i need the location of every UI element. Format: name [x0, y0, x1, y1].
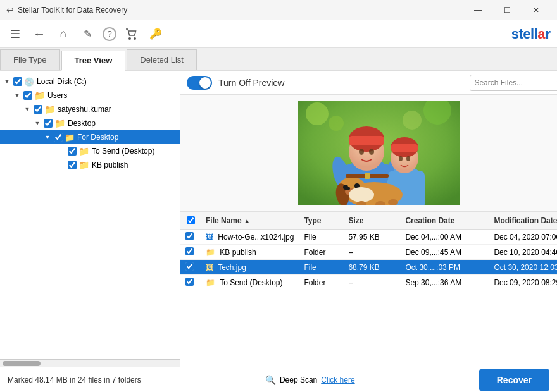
tab-bar: File Type Tree View Deleted List — [0, 48, 557, 71]
row1-modification: Dec 04, 2020 07:00 AM — [489, 233, 557, 242]
row4-check — [180, 278, 201, 288]
back-icon[interactable]: ← — [30, 25, 48, 43]
home-icon[interactable]: ⌂ — [54, 25, 72, 43]
header-type: Type — [299, 216, 343, 225]
svg-point-31 — [349, 187, 374, 202]
tree-checkbox-desktop[interactable] — [44, 119, 53, 128]
deep-scan-label: Deep Scan — [280, 376, 317, 384]
deep-scan-link[interactable]: Click here — [321, 376, 354, 384]
folder-icon-desktop: 📁 — [54, 118, 65, 128]
preview-toggle[interactable] — [187, 76, 212, 90]
svg-rect-11 — [349, 136, 384, 145]
row1-name: 🖼 How-to-Ge...x1024.jpg — [201, 233, 299, 242]
tree-checkbox-users[interactable] — [23, 91, 32, 100]
folder-icon-users: 📁 — [34, 90, 45, 101]
help-icon[interactable]: ? — [103, 27, 116, 41]
row3-name: 🖼 Tech.jpg — [201, 263, 299, 272]
tree-label-desktop: Desktop — [68, 119, 96, 128]
svg-point-30 — [345, 187, 350, 190]
header-size: Size — [343, 216, 400, 225]
file-row-kb-publish[interactable]: 📁 KB publish Folder -- Dec 09,...:45 AM … — [180, 245, 557, 260]
folder-icon-satyeshu: 📁 — [44, 104, 55, 114]
tree-item-kb-publish[interactable]: ▶ 📁 KB publish — [0, 158, 180, 172]
row4-creation: Sep 30,...:36 AM — [400, 278, 489, 287]
sort-arrow-name: ▲ — [244, 217, 250, 224]
row1-creation: Dec 04,...:00 AM — [400, 233, 489, 242]
folder-icon-kb-publish: 📁 — [78, 160, 89, 170]
tree-checkbox-to-send[interactable] — [68, 147, 77, 156]
tree-checkbox-local-disk[interactable] — [13, 77, 22, 86]
tree-item-users[interactable]: ▼ 📁 Users — [0, 89, 180, 102]
toolbar-left: ☰ ← ⌂ ✎ ? 🔑 — [6, 25, 165, 43]
tree-item-satyeshu-kumar[interactable]: ▼ 📁 satyeshu.kumar — [0, 102, 180, 116]
sidebar-horizontal-scrollbar[interactable] — [0, 359, 180, 367]
tree-item-to-send[interactable]: ▶ 📁 To Send (Desktop) — [0, 144, 180, 158]
tree-arrow-local-disk: ▼ — [3, 78, 11, 85]
tree-label-kb-publish: KB publish — [92, 161, 128, 169]
close-button[interactable]: ✕ — [522, 0, 551, 20]
folder-icon-for-desktop: 📁 — [65, 133, 75, 142]
tree-arrow-satyeshu: ▼ — [23, 106, 32, 113]
row3-creation: Oct 30,...:03 PM — [400, 263, 489, 272]
tree-arrow-for-desktop: ▼ — [43, 134, 52, 140]
tree-checkbox-satyeshu[interactable] — [34, 105, 42, 114]
svg-point-21 — [399, 156, 403, 161]
recover-button[interactable]: Recover — [479, 369, 549, 391]
preview-label: Turn Off Preview — [218, 78, 463, 88]
key-icon[interactable]: 🔑 — [147, 25, 165, 43]
tab-tree-view[interactable]: Tree View — [61, 51, 126, 71]
deep-scan-icon: 🔍 — [265, 375, 276, 385]
row3-checkbox[interactable] — [185, 262, 194, 271]
tab-deleted-list[interactable]: Deleted List — [127, 49, 197, 70]
folder-icon-to-send: 📁 — [78, 146, 89, 156]
minimize-button[interactable]: — — [463, 0, 492, 20]
content-header: Turn Off Preview 🔍 — [180, 71, 557, 95]
svg-rect-20 — [391, 144, 418, 152]
row4-type: Folder — [299, 278, 343, 287]
search-box: 🔍 — [470, 75, 557, 91]
tree-item-for-desktop[interactable]: ▼ 📁 For Desktop — [0, 130, 180, 144]
row2-creation: Dec 09,...:45 AM — [400, 248, 489, 257]
svg-point-3 — [306, 102, 329, 125]
row4-folder-icon: 📁 — [206, 278, 215, 287]
row3-type: File — [299, 263, 343, 272]
select-all-checkbox[interactable] — [187, 216, 195, 224]
tree-arrow-desktop: ▼ — [33, 120, 42, 126]
search-input[interactable] — [474, 78, 556, 87]
scroll-thumb[interactable] — [3, 361, 41, 366]
svg-point-1 — [134, 37, 136, 40]
row4-name: 📁 To Send (Desktop) — [201, 278, 299, 287]
svg-point-6 — [329, 116, 344, 131]
row1-check — [180, 232, 201, 242]
tab-file-type[interactable]: File Type — [0, 49, 60, 70]
row2-size: -- — [343, 248, 400, 257]
tree-item-desktop[interactable]: ▼ 📁 Desktop — [0, 116, 180, 130]
svg-rect-36 — [365, 173, 370, 179]
row1-checkbox[interactable] — [185, 232, 194, 240]
sidebar-tree: ▼ 💿 Local Disk (C:) ▼ 📁 Users ▼ 📁 satyes… — [0, 71, 180, 367]
cart-icon[interactable] — [123, 25, 141, 43]
tree-item-local-disk[interactable]: ▼ 💿 Local Disk (C:) — [0, 75, 180, 89]
header-name: File Name ▲ — [201, 216, 299, 225]
tree-checkbox-kb-publish[interactable] — [68, 161, 77, 169]
file-row-tech-jpg[interactable]: 🖼 Tech.jpg File 68.79 KB Oct 30,...:03 P… — [180, 260, 557, 275]
hamburger-icon[interactable]: ☰ — [6, 25, 24, 43]
maximize-button[interactable]: ☐ — [492, 0, 522, 20]
row2-modification: Dec 10, 2020 04:40 AM — [489, 248, 557, 257]
header-modification: Modification Date — [489, 216, 557, 225]
header-check — [180, 216, 201, 224]
row4-checkbox[interactable] — [185, 278, 194, 286]
tree-checkbox-for-desktop[interactable] — [54, 133, 63, 142]
svg-point-5 — [403, 111, 422, 130]
file-list-header: File Name ▲ Type Size Creation Date Modi… — [180, 212, 557, 230]
row1-type: File — [299, 233, 343, 242]
deep-scan: 🔍 Deep Scan Click here — [265, 375, 355, 385]
row3-modification: Oct 30, 2020 12:03 PM — [489, 263, 557, 272]
row4-modification: Dec 09, 2020 08:29 AM — [489, 278, 557, 287]
row3-file-icon: 🖼 — [206, 263, 213, 272]
file-row-to-send-desktop[interactable]: 📁 To Send (Desktop) Folder -- Sep 30,...… — [180, 275, 557, 290]
edit-icon[interactable]: ✎ — [78, 25, 96, 43]
main-layout: ▼ 💿 Local Disk (C:) ▼ 📁 Users ▼ 📁 satyes… — [0, 71, 557, 367]
file-row-how-to-ge[interactable]: 🖼 How-to-Ge...x1024.jpg File 57.95 KB De… — [180, 230, 557, 245]
row2-checkbox[interactable] — [185, 247, 194, 255]
